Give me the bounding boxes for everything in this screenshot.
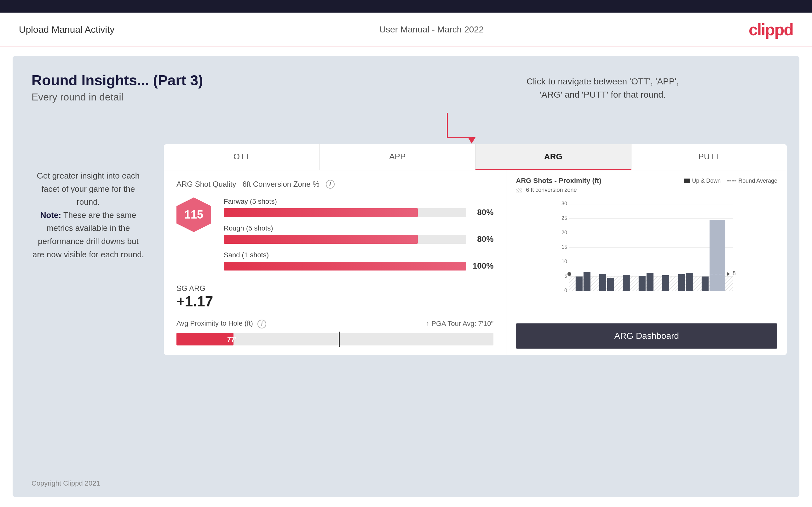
- pga-avg-label: ↑ PGA Tour Avg: 7'10": [426, 320, 494, 328]
- arg-shot-quality-label: ARG Shot Quality: [176, 180, 236, 189]
- legend-up-down: Up & Down: [684, 178, 721, 184]
- svg-rect-16: [710, 220, 725, 291]
- fairway-pct: 80%: [471, 208, 494, 217]
- conversion-zone-label: 6ft Conversion Zone %: [242, 180, 319, 189]
- legend-round-avg: Round Average: [727, 178, 777, 184]
- svg-rect-19: [599, 274, 606, 291]
- svg-rect-17: [576, 277, 582, 291]
- rough-pct: 80%: [471, 234, 494, 244]
- chart-title: ARG Shots - Proximity (ft): [516, 177, 601, 185]
- left-info: Get greater insight into each facet of y…: [32, 169, 145, 261]
- arrow-indicator: [437, 113, 475, 144]
- legend-dash-icon: [727, 180, 737, 181]
- svg-rect-23: [647, 273, 654, 291]
- bar-row-rough: Rough (5 shots) 80%: [224, 224, 494, 244]
- bar-row-fairway: Fairway (5 shots) 80%: [224, 198, 494, 217]
- section-header: ARG Shot Quality 6ft Conversion Zone % i: [176, 180, 494, 189]
- upload-manual-label: Upload Manual Activity: [19, 24, 115, 35]
- svg-rect-18: [583, 272, 591, 291]
- svg-text:20: 20: [561, 230, 567, 235]
- svg-rect-22: [639, 276, 646, 291]
- svg-text:30: 30: [561, 201, 567, 206]
- fairway-label: Fairway (5 shots): [224, 198, 494, 206]
- chart-header: ARG Shots - Proximity (ft) Up & Down Rou…: [516, 177, 777, 185]
- main-content: Round Insights... (Part 3) Every round i…: [13, 56, 799, 497]
- proximity-chart: 30 25 20 15 10 5 0: [516, 201, 777, 302]
- fairway-bar-fill: [224, 208, 418, 217]
- note-label: Note:: [40, 210, 61, 220]
- sand-label: Sand (1 shots): [224, 251, 494, 259]
- copyright-label: Copyright Clippd 2021: [32, 479, 100, 487]
- legend-box-icon: [684, 178, 690, 183]
- info-icon[interactable]: i: [326, 180, 335, 189]
- legend-round-avg-label: Round Average: [738, 178, 777, 184]
- sg-value: +1.17: [176, 293, 494, 310]
- tab-arg[interactable]: ARG: [475, 144, 631, 170]
- svg-text:15: 15: [561, 244, 567, 250]
- proximity-value: 77': [227, 335, 237, 344]
- rough-label: Rough (5 shots): [224, 224, 494, 232]
- svg-text:5: 5: [564, 273, 567, 279]
- sg-label: SG ARG: [176, 284, 494, 293]
- main-panel: OTT APP ARG PUTT ARG Shot Quality 6ft Co…: [164, 144, 787, 355]
- sand-bar-bg: [224, 262, 466, 271]
- clippd-logo: clippd: [749, 20, 793, 39]
- bar-rows: Fairway (5 shots) 80% Rough (5 shots): [224, 198, 494, 278]
- svg-rect-20: [607, 278, 614, 291]
- left-panel: ARG Shot Quality 6ft Conversion Zone % i…: [164, 170, 506, 355]
- proximity-header: Avg Proximity to Hole (ft) i ↑ PGA Tour …: [176, 319, 494, 329]
- rough-bar-track: 80%: [224, 234, 494, 244]
- sand-bar-fill: [224, 262, 466, 271]
- arg-dashboard-button[interactable]: ARG Dashboard: [516, 323, 777, 349]
- right-panel: ARG Shots - Proximity (ft) Up & Down Rou…: [506, 170, 787, 355]
- fairway-bar-track: 80%: [224, 208, 494, 217]
- svg-rect-25: [678, 274, 685, 291]
- proximity-bar-fill: [176, 333, 234, 345]
- hex-value: 115: [184, 208, 203, 221]
- legend: Up & Down Round Average: [684, 178, 777, 184]
- proximity-label: Avg Proximity to Hole (ft) i: [176, 319, 266, 329]
- svg-text:10: 10: [561, 259, 567, 264]
- nav-hint-line2: 'ARG' and 'PUTT' for that round.: [540, 90, 666, 100]
- legend-hatch-label: 6 ft conversion zone: [526, 187, 577, 193]
- svg-rect-27: [702, 277, 709, 291]
- tab-ott[interactable]: OTT: [164, 144, 320, 170]
- panel-body: ARG Shot Quality 6ft Conversion Zone % i…: [164, 170, 787, 355]
- proximity-bar-bg: 77': [176, 333, 494, 345]
- proximity-cursor: [339, 332, 340, 347]
- svg-text:0: 0: [564, 288, 567, 293]
- legend-2: 6 ft conversion zone: [516, 187, 777, 193]
- tabs-container: OTT APP ARG PUTT: [164, 144, 787, 170]
- tab-app[interactable]: APP: [320, 144, 476, 170]
- proximity-section: Avg Proximity to Hole (ft) i ↑ PGA Tour …: [176, 319, 494, 345]
- svg-text:8: 8: [732, 270, 736, 277]
- rough-bar-fill: [224, 235, 418, 244]
- svg-rect-26: [686, 273, 693, 291]
- doc-label: User Manual - March 2022: [379, 24, 484, 35]
- sand-bar-track: 100%: [224, 261, 494, 271]
- svg-rect-24: [662, 275, 669, 291]
- left-info-text: Get greater insight into each facet of y…: [33, 171, 144, 259]
- fairway-bar-bg: [224, 208, 466, 217]
- svg-marker-30: [727, 272, 730, 276]
- rough-bar-bg: [224, 235, 466, 244]
- nav-hint: Click to navigate between 'OTT', 'APP', …: [406, 75, 800, 101]
- footer: Copyright Clippd 2021: [32, 479, 100, 488]
- sg-block: SG ARG +1.17: [176, 284, 494, 310]
- sand-pct: 100%: [471, 261, 494, 271]
- svg-text:25: 25: [561, 215, 567, 221]
- top-bar: [0, 0, 812, 13]
- svg-rect-21: [623, 275, 630, 291]
- svg-point-29: [567, 272, 571, 276]
- proximity-info-icon[interactable]: i: [257, 320, 266, 329]
- tab-putt[interactable]: PUTT: [631, 144, 787, 170]
- header: Upload Manual Activity User Manual - Mar…: [0, 13, 812, 47]
- hex-bars-container: 115 Fairway (5 shots) 80%: [176, 198, 494, 278]
- hex-badge: 115: [176, 198, 211, 232]
- chart-area: 30 25 20 15 10 5 0: [516, 201, 777, 317]
- legend-up-down-label: Up & Down: [692, 178, 721, 184]
- legend-hatch-icon: [516, 188, 522, 192]
- bar-row-sand: Sand (1 shots) 100%: [224, 251, 494, 271]
- nav-hint-line1: Click to navigate between 'OTT', 'APP',: [526, 76, 679, 86]
